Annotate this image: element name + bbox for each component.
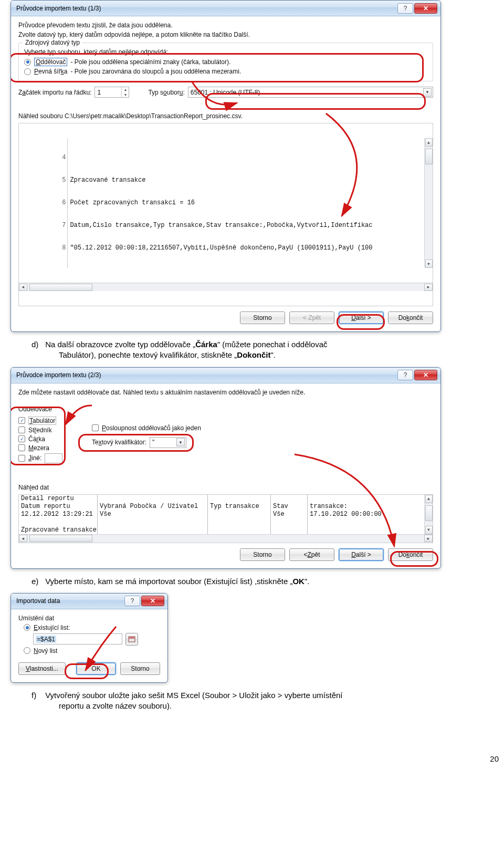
source-type-group: Zdrojový datový typ Vyberte typ souboru,… [18,43,433,81]
space-label[interactable]: Mezera [28,444,49,452]
delimiter-radio[interactable] [24,59,31,66]
cancel-button[interactable]: Storno [240,548,285,561]
help-button[interactable]: ? [124,596,140,606]
new-sheet-radio[interactable] [24,647,30,654]
finish-button[interactable]: Dokončit [388,311,433,324]
preview-label: Náhled souboru C:\Users\petr.macalik\Des… [18,112,433,120]
group-legend: Oddělovače [18,406,428,413]
qualifier-value: " [152,439,154,446]
chevron-down-icon[interactable]: ▼ [423,88,432,97]
delimiter-radio-label[interactable]: Oddělovač [34,58,67,66]
cancel-button[interactable]: Storno [240,311,285,324]
data-preview-table: Detail reportu Datum reportuVybraná Pobo… [18,494,433,543]
vertical-scrollbar[interactable]: ▲ ▼ [424,138,433,268]
cancel-button[interactable]: Storno [120,662,160,675]
group-legend: Zdrojový datový typ [23,39,82,46]
file-type-value: 65001 : Unicode (UTF-8) [191,89,260,96]
close-button[interactable]: ✕ [414,3,437,14]
scroll-right-icon[interactable]: ► [424,535,433,542]
page-number: 20 [0,739,504,768]
qualifier-label: Textový kvalifikátor: [92,439,146,446]
spin-down-icon[interactable]: ▼ [122,92,129,98]
instruction-f: f) Vytvořený soubor uložte jako sešit MS… [32,690,472,712]
window-title: Importovat data [14,597,123,605]
intro-text: Zde můžete nastavit oddělovače dat. Náhl… [18,389,433,396]
start-row-spinner[interactable]: ▲▼ [94,87,129,98]
existing-sheet-label[interactable]: Existující list: [34,624,70,631]
qualifier-combo[interactable]: " ▼ [150,437,186,448]
sequence-checkbox[interactable] [92,424,99,431]
preview-lines: Zpracované transakce Počet zpracovaných … [68,138,424,268]
new-sheet-label[interactable]: Nový list [34,647,57,654]
back-button[interactable]: < Zpět [289,311,334,324]
semicolon-checkbox[interactable] [18,427,25,433]
sequence-label[interactable]: Posloupnost oddělovačů jako jeden [102,424,201,432]
other-checkbox[interactable] [18,455,25,462]
instruction-e: e) Vyberte místo, kam se má importovat s… [32,576,472,587]
file-preview: 4 5 6 7 8 Zpracované transakce Počet zpr… [18,123,433,306]
comma-checkbox[interactable] [18,435,25,442]
tab-checkbox[interactable] [18,417,25,424]
scroll-right-icon[interactable]: ► [424,284,433,291]
vertical-scrollbar[interactable]: ▲ ▼ [424,495,433,534]
fixed-width-desc: - Pole jsou zarovnána do sloupců a jsou … [70,68,241,75]
wizard-step1-dialog: Průvodce importem textu (1/3) ? ✕ Průvod… [10,0,441,332]
next-button[interactable]: Další > [339,548,384,561]
wizard-step2-dialog: Průvodce importem textu (2/3) ? ✕ Zde mů… [10,367,441,569]
table-row [19,518,424,526]
finish-button[interactable]: Dokončit [388,548,433,561]
delimiter-desc: - Pole jsou oddělena speciálními znaky (… [70,58,230,66]
titlebar: Průvodce importem textu (2/3) ? ✕ [11,368,440,383]
intro-text-2: Zvolte datový typ, který datům odpovídá … [18,31,433,38]
table-row: Zpracované transakce [19,526,424,534]
scroll-down-icon[interactable]: ▼ [425,259,433,268]
window-title: Průvodce importem textu (2/3) [14,371,396,379]
preview-label: Náhled dat [18,484,433,491]
table-row: Datum reportuVybraná Pobočka / UživatelT… [19,503,424,511]
close-button[interactable]: ✕ [141,596,164,606]
help-button[interactable]: ? [397,370,413,380]
space-checkbox[interactable] [18,444,25,451]
group-legend: Umístění dat [18,615,160,622]
table-row: 12.12.2012 13:29:21VšeVše17.10.2012 00:0… [19,511,424,518]
intro-text-1: Průvodce převodem textu zjistil, že data… [18,22,433,29]
group-hint: Vyberte typ souboru, který datům nejlépe… [24,48,427,56]
existing-range-input[interactable]: =$A$1 [33,633,122,645]
fixed-width-label[interactable]: Pevná šířka [34,68,67,75]
range-picker-icon[interactable] [125,633,138,646]
scroll-up-icon[interactable]: ▲ [425,138,433,147]
back-button[interactable]: < Zpět [289,548,334,561]
file-type-combo[interactable]: 65001 : Unicode (UTF-8) ▼ [188,87,433,98]
instruction-d: d) Na další obrazovce zvolte typ oddělov… [32,339,472,361]
file-type-label: Typ souboru: [148,89,184,96]
next-button[interactable]: Další > [339,311,384,324]
semicolon-label[interactable]: Středník [28,427,52,434]
preview-gutter: 4 5 6 7 8 [19,138,68,268]
svg-rect-1 [129,637,135,639]
scroll-left-icon[interactable]: ◄ [19,284,27,291]
other-input[interactable] [45,453,62,463]
comma-label[interactable]: Čárka [28,435,45,443]
fixed-width-radio[interactable] [24,68,31,75]
ok-button[interactable]: OK [76,662,116,675]
scroll-down-icon[interactable]: ▼ [425,526,433,534]
scroll-left-icon[interactable]: ◄ [19,535,27,542]
tab-label[interactable]: Tabulátor [28,417,56,425]
start-row-label: Začátek importu na řádku: [18,89,91,96]
horizontal-scrollbar[interactable]: ◄ ► [19,534,433,543]
delimiters-group: Oddělovače Tabulátor Středník Čárka Meze… [18,400,433,469]
titlebar: Průvodce importem textu (1/3) ? ✕ [11,1,440,16]
horizontal-scrollbar[interactable]: ◄ ► [19,283,433,291]
properties-button[interactable]: Vlastnosti... [18,662,66,675]
scroll-up-icon[interactable]: ▲ [425,495,433,503]
window-title: Průvodce importem textu (1/3) [14,5,396,12]
existing-sheet-radio[interactable] [24,624,30,631]
other-label[interactable]: Jiné: [28,454,41,462]
start-row-input[interactable] [95,89,121,96]
help-button[interactable]: ? [397,3,413,14]
import-data-dialog: Importovat data ? ✕ Umístění dat Existuj… [10,593,168,683]
chevron-down-icon[interactable]: ▼ [176,438,185,446]
table-row: Detail reportu [19,495,424,503]
spin-up-icon[interactable]: ▲ [122,87,129,92]
close-button[interactable]: ✕ [414,370,437,380]
